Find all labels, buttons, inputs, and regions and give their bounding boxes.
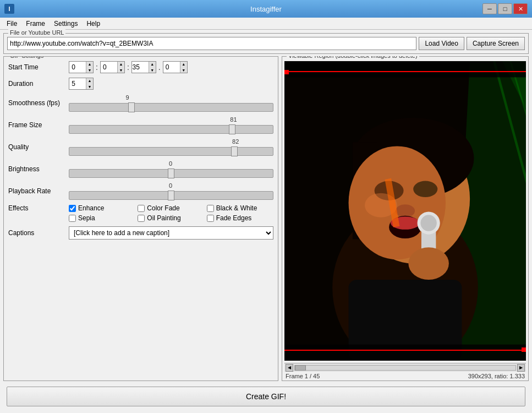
gif-settings-label: GIF Settings xyxy=(8,56,45,59)
load-video-button[interactable]: Load Video xyxy=(419,37,464,50)
quality-slider[interactable] xyxy=(69,147,273,156)
duration-control: ▲ ▼ xyxy=(69,78,273,90)
effects-label: Effects xyxy=(8,204,69,212)
start-time-minutes-up[interactable]: ▲ xyxy=(117,61,124,67)
red-border-bottom xyxy=(284,350,526,351)
start-time-seconds-up[interactable]: ▲ xyxy=(149,61,156,67)
effect-enhance-checkbox[interactable] xyxy=(69,205,76,212)
effect-fade-edges: Fade Edges xyxy=(207,214,273,222)
title-bar-buttons: ─ □ ✕ xyxy=(482,3,528,14)
frame-size-slider[interactable] xyxy=(69,125,273,134)
quality-value: 82 xyxy=(232,138,239,145)
menu-bar: File Frame Settings Help xyxy=(0,18,532,30)
smoothness-value: 9 xyxy=(126,94,129,101)
menu-settings[interactable]: Settings xyxy=(50,19,82,29)
start-time-ms-down[interactable]: ▼ xyxy=(180,67,187,73)
scroll-left-arrow[interactable]: ◀ xyxy=(286,364,293,372)
effect-black-white-checkbox[interactable] xyxy=(207,205,214,212)
red-dot-bottomright xyxy=(522,347,526,352)
effect-sepia-checkbox[interactable] xyxy=(69,215,76,222)
svg-rect-25 xyxy=(284,345,526,361)
captions-row: Captions [Click here to add a new captio… xyxy=(8,226,273,240)
create-gif-bar: Create GIF! xyxy=(3,383,529,410)
time-sep-1: : xyxy=(96,63,98,72)
frame-info: Frame 1 / 45 xyxy=(286,373,320,379)
brightness-control: 0 xyxy=(69,160,273,178)
brightness-value: 0 xyxy=(169,160,172,167)
effect-color-fade-checkbox[interactable] xyxy=(138,205,145,212)
start-time-hours-down[interactable]: ▼ xyxy=(86,67,93,73)
maximize-button[interactable]: □ xyxy=(498,3,512,14)
effect-fade-edges-checkbox[interactable] xyxy=(207,215,214,222)
start-time-hours-up[interactable]: ▲ xyxy=(86,61,93,67)
effect-black-white-label: Black & White xyxy=(216,204,257,212)
start-time-label: Start Time xyxy=(8,63,69,71)
menu-frame[interactable]: Frame xyxy=(21,19,50,29)
scroll-right-arrow[interactable]: ▶ xyxy=(517,364,525,372)
url-section: File or Youtube URL Load Video Capture S… xyxy=(3,33,529,54)
vr-image-area[interactable] xyxy=(284,61,526,361)
red-dot-topleft xyxy=(284,70,289,74)
scroll-thumb[interactable] xyxy=(295,365,306,371)
close-button[interactable]: ✕ xyxy=(513,3,528,14)
duration-up[interactable]: ▲ xyxy=(86,78,93,84)
captions-label: Captions xyxy=(8,229,69,237)
title-bar-left: I xyxy=(4,4,14,14)
scroll-track[interactable] xyxy=(294,365,516,371)
video-svg xyxy=(284,61,526,361)
panels-row: GIF Settings Start Time ▲ ▼ : xyxy=(3,56,529,381)
smoothness-label: Smoothness (fps) xyxy=(8,99,69,107)
duration-label: Duration xyxy=(8,80,69,88)
duration-down[interactable]: ▼ xyxy=(86,84,93,90)
url-row: Load Video Capture Screen xyxy=(7,37,525,50)
start-time-seconds[interactable] xyxy=(132,62,149,73)
menu-file[interactable]: File xyxy=(2,19,21,29)
captions-control: [Click here to add a new caption] xyxy=(69,226,273,240)
app-icon: I xyxy=(4,4,14,14)
start-time-minutes[interactable] xyxy=(101,62,117,73)
smoothness-slider[interactable] xyxy=(69,103,273,112)
time-sep-2: : xyxy=(127,63,129,72)
effect-black-white: Black & White xyxy=(207,204,273,212)
minimize-button[interactable]: ─ xyxy=(482,3,497,14)
quality-control: 82 xyxy=(69,138,273,156)
effect-oil-painting: Oil Painting xyxy=(138,214,204,222)
captions-select[interactable]: [Click here to add a new caption] xyxy=(69,226,273,240)
capture-screen-button[interactable]: Capture Screen xyxy=(467,37,525,50)
svg-point-20 xyxy=(420,215,436,231)
vr-scrollbar: ◀ ▶ xyxy=(284,363,526,372)
brightness-row: Brightness 0 xyxy=(8,160,273,178)
playback-rate-value: 0 xyxy=(169,182,172,189)
create-gif-button[interactable]: Create GIF! xyxy=(7,387,525,406)
effect-sepia: Sepia xyxy=(69,214,135,222)
brightness-slider[interactable] xyxy=(69,169,273,178)
effect-color-fade: Color Fade xyxy=(138,204,204,212)
start-time-hours[interactable] xyxy=(69,62,86,73)
start-time-ms[interactable] xyxy=(163,62,180,73)
time-dot: . xyxy=(158,63,161,72)
menu-help[interactable]: Help xyxy=(82,19,105,29)
effect-oil-painting-label: Oil Painting xyxy=(147,214,180,222)
effects-control: Enhance Color Fade Black & White Se xyxy=(69,204,273,222)
quality-row: Quality 82 xyxy=(8,138,273,156)
duration-input[interactable] xyxy=(69,78,86,89)
start-time-ms-up[interactable]: ▲ xyxy=(180,61,187,67)
frame-size-row: Frame Size 81 xyxy=(8,116,273,134)
start-time-control: ▲ ▼ : ▲ ▼ : xyxy=(69,61,273,73)
start-time-row: Start Time ▲ ▼ : xyxy=(8,61,273,73)
playback-rate-slider[interactable] xyxy=(69,191,273,200)
start-time-minutes-down[interactable]: ▼ xyxy=(117,67,124,73)
gif-settings-panel: GIF Settings Start Time ▲ ▼ : xyxy=(3,56,278,381)
frame-size-label: Frame Size xyxy=(8,121,69,129)
effect-oil-painting-checkbox[interactable] xyxy=(138,215,145,222)
frame-size-value: 81 xyxy=(230,116,237,123)
title-bar-title: Instagiffer xyxy=(250,5,282,13)
start-time-seconds-down[interactable]: ▼ xyxy=(149,67,156,73)
smoothness-control: 9 xyxy=(69,94,273,112)
quality-label: Quality xyxy=(8,143,69,151)
playback-rate-row: Playback Rate 0 xyxy=(8,182,273,200)
playback-rate-label: Playback Rate xyxy=(8,187,69,195)
video-frame xyxy=(284,61,526,361)
effect-fade-edges-label: Fade Edges xyxy=(216,214,252,222)
url-input[interactable] xyxy=(7,37,416,50)
